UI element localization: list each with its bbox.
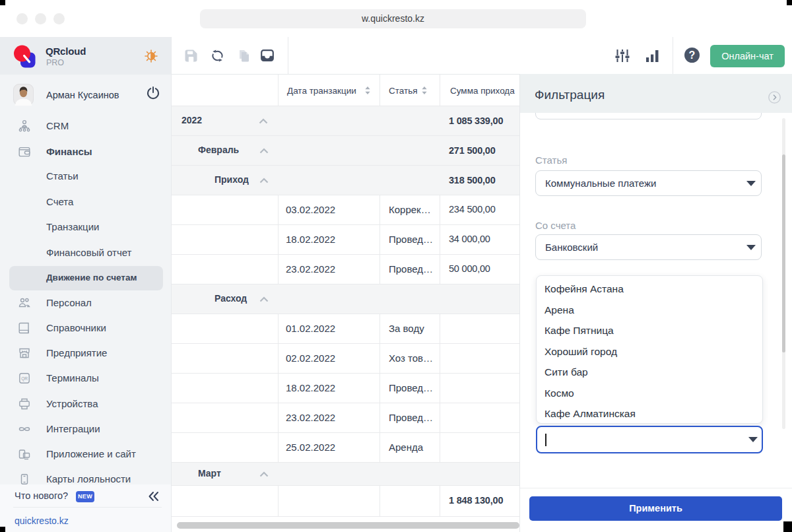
svg-text:QR: QR <box>21 376 28 382</box>
